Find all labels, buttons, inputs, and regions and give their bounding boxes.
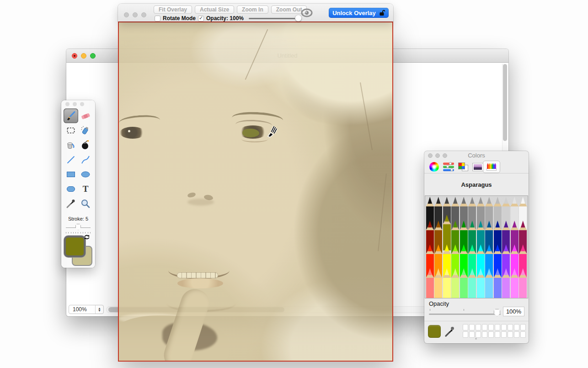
unlock-overlay-button[interactable]: Unlock Overlay [329,8,389,18]
canvas-zoom-value: 100% [69,306,95,313]
pencil-color[interactable] [502,268,511,298]
airbrush-icon [80,125,91,136]
tools-grid: T [64,108,93,211]
rectangle-icon [65,169,76,180]
zoom-window-button[interactable] [90,53,96,59]
tool-bomb-clear[interactable] [78,138,93,152]
selection-icon [65,125,76,136]
empty-swatch[interactable] [469,331,475,338]
ellipse-icon [80,169,91,180]
tool-eyedropper[interactable] [64,196,78,211]
tool-text[interactable]: T [78,182,93,196]
pencil-color[interactable] [493,268,502,298]
tab-color-palettes[interactable] [456,161,470,173]
colors-opacity-slider[interactable] [429,314,501,315]
overlay-photo [119,22,392,361]
empty-swatch[interactable] [508,324,513,330]
empty-swatch[interactable] [520,331,526,338]
stroke-slider-knob[interactable] [75,224,81,230]
colors-opacity-knob[interactable] [494,309,500,316]
canvas-zoom-select[interactable]: 100% ▲▼ [69,305,104,314]
tool-curve[interactable] [78,152,93,167]
pencil-color[interactable] [485,268,494,298]
empty-swatch[interactable] [476,324,481,330]
tool-ellipse[interactable] [78,167,93,182]
tool-paintbrush[interactable] [64,108,78,123]
rotate-mode-label: Rotate Mode [163,15,196,22]
empty-swatch[interactable] [501,331,507,338]
vertical-scrollbar-thumb[interactable] [503,64,507,141]
pencil-color[interactable] [460,268,468,298]
tab-color-sliders[interactable] [442,161,455,173]
pencil-color[interactable] [476,268,485,298]
rotate-mode-checkbox[interactable] [155,16,160,22]
empty-swatch[interactable] [476,331,481,338]
tool-zoom[interactable] [78,196,93,211]
colors-opacity-ticks [430,309,497,311]
tool-line[interactable] [64,152,78,167]
color-sliders-icon [443,162,454,171]
foreground-color-swatch[interactable] [64,236,86,257]
eye-icon[interactable] [300,8,313,17]
empty-swatch[interactable] [463,331,468,338]
zoom-stepper[interactable]: ▲▼ [95,305,103,314]
empty-swatch[interactable] [495,324,500,330]
pencil-color[interactable] [451,268,460,298]
empty-swatch[interactable] [514,324,519,330]
tab-color-wheel[interactable] [427,161,441,173]
pencil-color[interactable] [426,268,434,298]
photo-left-eyebrow [119,114,160,129]
empty-swatch[interactable] [463,324,468,330]
opacity-checkbox[interactable] [198,16,204,22]
selected-color-name: Asparagus [424,181,529,188]
pencil-color[interactable] [434,268,443,298]
close-button[interactable] [72,53,77,59]
empty-swatch[interactable] [520,324,526,330]
empty-swatch[interactable] [488,324,494,330]
tab-pencils[interactable] [483,161,500,173]
pencil-box [425,195,528,298]
opacity-slider[interactable] [249,15,302,22]
current-color-well[interactable] [428,325,441,338]
fit-overlay-button[interactable]: Fit Overlay [154,5,192,14]
pencil-color[interactable] [519,268,528,298]
panel-resize-handle[interactable] [475,338,477,340]
photo-nose [187,199,214,206]
tool-rectangle[interactable] [64,167,78,182]
overlay-window-dots[interactable] [124,12,146,17]
pencils-icon [486,163,497,171]
colors-toolbar [424,160,529,173]
colors-window-dots[interactable] [428,153,447,158]
minimize-button[interactable] [81,53,86,59]
empty-swatch[interactable] [482,331,487,338]
empty-swatch[interactable] [469,324,475,330]
colors-opacity-value[interactable]: 100% [503,307,524,316]
overlay-toolbar-window: Fit Overlay Actual Size Zoom In Zoom Out… [118,4,393,22]
actual-size-button[interactable]: Actual Size [195,5,234,14]
pencil-color[interactable] [510,268,519,298]
empty-swatch[interactable] [508,331,513,338]
tool-eraser[interactable] [78,108,93,123]
colors-eyedropper-icon[interactable] [444,325,454,337]
zoom-in-button[interactable]: Zoom In [237,5,268,14]
empty-swatch[interactable] [488,331,494,338]
opacity-label: Opacity: 100% [206,15,244,22]
empty-swatch[interactable] [482,324,487,330]
unlock-overlay-label: Unlock Overlay [332,10,376,16]
color-palettes-icon [458,162,468,171]
empty-swatch[interactable] [514,331,519,338]
tool-airbrush[interactable] [78,123,93,138]
empty-swatch[interactable] [501,324,507,330]
photo-left-eye [120,127,145,139]
swatch-grid [463,324,526,338]
pencil-color[interactable] [443,268,451,298]
stroke-slider[interactable] [66,224,91,231]
palette-window-dots[interactable] [61,100,95,106]
tool-fill-bucket[interactable] [64,138,78,152]
pencil-color[interactable] [468,268,477,298]
empty-swatch[interactable] [495,331,500,338]
image-overlay-window [118,22,393,362]
swap-colors-icon[interactable] [83,234,91,241]
tool-select[interactable] [64,123,78,138]
tool-rounded-rectangle[interactable] [64,182,78,196]
